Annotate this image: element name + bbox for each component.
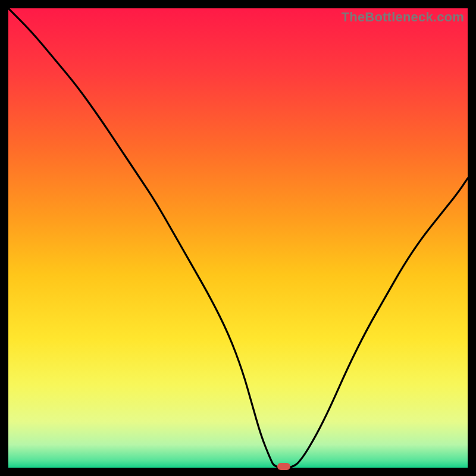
bottleneck-curve — [8, 8, 468, 468]
chart-frame: TheBottleneck.com — [0, 0, 476, 476]
plot-area: TheBottleneck.com — [8, 8, 468, 468]
curve-layer — [8, 8, 468, 468]
optimum-marker — [277, 463, 290, 470]
